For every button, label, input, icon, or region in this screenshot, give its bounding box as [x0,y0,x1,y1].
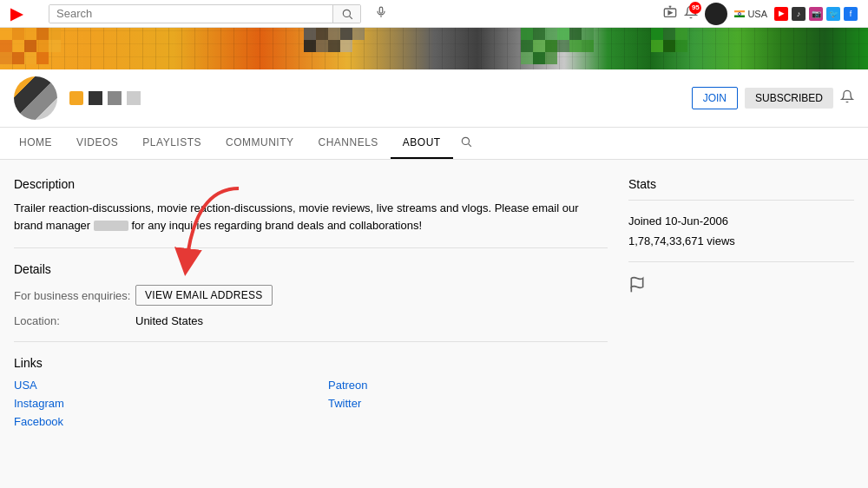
tab-home[interactable]: HOME [7,128,64,159]
channel-search-button[interactable] [453,129,479,158]
add-video-button[interactable] [663,5,677,23]
yt-social-icon: ▶ [774,7,788,21]
svg-rect-26 [304,28,316,40]
tab-channels[interactable]: CHANNELS [306,128,391,159]
location-label: Location: [14,314,135,327]
join-button[interactable]: JOIN [692,87,738,109]
svg-rect-27 [316,28,328,40]
svg-rect-28 [328,28,340,40]
link-patreon[interactable]: Patreon [328,379,608,392]
svg-rect-17 [0,40,12,52]
tab-about[interactable]: ABOUT [391,128,453,159]
stats-joined: Joined 10-Jun-2006 [628,214,854,228]
tab-playlists[interactable]: PLAYLISTS [130,128,214,159]
svg-rect-55 [675,40,687,52]
stats-divider [628,200,854,201]
notification-bell-button[interactable] [840,89,854,107]
stats-views: 1,78,74,33,671 views [628,234,854,247]
svg-rect-41 [521,40,533,52]
location-row: Location: United States [14,314,608,327]
tab-videos[interactable]: VIDEOS [64,128,130,159]
youtube-logo: ▶ [10,4,23,23]
svg-rect-47 [521,52,533,64]
svg-rect-40 [582,28,594,40]
svg-rect-53 [651,40,663,52]
color-swatch-3 [108,91,122,105]
svg-rect-43 [545,40,557,52]
details-section: Details For business enquiries: VIEW EMA… [14,262,608,327]
subscribed-button[interactable]: SUBSCRIBED [745,88,833,109]
stats-divider-2 [628,261,854,262]
svg-rect-54 [663,40,675,52]
links-title: Links [14,356,608,370]
svg-rect-21 [49,40,61,52]
svg-rect-19 [24,40,36,52]
flag-button[interactable] [628,276,854,296]
yt-logo-icon: ▶ [10,4,23,23]
svg-rect-39 [569,28,582,40]
svg-rect-48 [533,52,545,64]
svg-rect-44 [557,40,569,52]
country-selector[interactable]: USA [734,9,767,19]
banner-art [0,28,868,69]
link-twitter[interactable]: Twitter [328,397,608,410]
divider-1 [14,247,608,248]
notification-badge: 95 [689,2,701,14]
links-section: Links USA Patreon Instagram Twitter Face… [14,356,608,428]
stats-title: Stats [628,177,854,191]
business-row: For business enquiries: VIEW EMAIL ADDRE… [14,285,608,306]
search-input[interactable] [49,5,332,23]
svg-rect-45 [569,40,582,52]
channel-banner [0,28,868,69]
location-value: United States [135,314,203,327]
avatar-image [14,76,57,120]
music-icon: ♪ [792,7,806,21]
twitter-icon: 🐦 [826,7,840,21]
channel-nav: HOME VIDEOS PLAYLISTS COMMUNITY CHANNELS… [0,128,868,160]
svg-rect-52 [675,28,687,40]
svg-rect-12 [0,28,12,40]
svg-rect-31 [304,40,316,52]
svg-rect-36 [533,28,545,40]
tab-community[interactable]: COMMUNITY [214,128,306,159]
instagram-icon: 📷 [809,7,823,21]
search-button[interactable] [332,5,360,23]
svg-marker-5 [668,10,672,14]
description-text: Trailer reaction-discussions, movie reac… [14,200,608,234]
left-panel: Description Trailer reaction-discussions… [14,177,608,469]
link-usa[interactable]: USA [14,379,293,392]
svg-line-57 [468,144,470,147]
svg-rect-2 [379,7,383,13]
social-icons: ▶ ♪ 📷 🐦 f [774,7,858,21]
link-instagram[interactable]: Instagram [14,397,293,410]
svg-rect-14 [24,28,36,40]
description-title: Description [14,177,608,191]
svg-rect-25 [36,52,49,64]
user-avatar[interactable] [705,3,727,25]
svg-rect-24 [24,52,36,64]
search-bar [49,4,361,23]
links-grid: USA Patreon Instagram Twitter Facebook [14,379,608,428]
svg-rect-49 [545,52,557,64]
svg-rect-34 [340,40,352,52]
channel-header: JOIN SUBSCRIBED [0,69,868,128]
svg-rect-23 [12,52,24,64]
svg-rect-46 [582,40,594,52]
description-section: Description Trailer reaction-discussions… [14,177,608,234]
svg-rect-13 [12,28,24,40]
channel-info [69,91,692,105]
svg-rect-51 [663,28,675,40]
link-facebook[interactable]: Facebook [14,415,293,428]
color-swatch-2 [89,91,102,105]
mic-button[interactable] [375,6,387,21]
svg-rect-38 [557,28,569,40]
svg-rect-20 [36,40,49,52]
redacted-text [94,221,128,231]
main-content: Description Trailer reaction-discussions… [0,160,868,486]
svg-point-0 [343,10,350,16]
view-email-button[interactable]: VIEW EMAIL ADDRESS [135,285,273,306]
country-label: USA [747,9,767,19]
channel-avatar [14,76,57,120]
color-swatch-4 [127,91,141,105]
notifications-button[interactable]: 95 [684,5,698,23]
